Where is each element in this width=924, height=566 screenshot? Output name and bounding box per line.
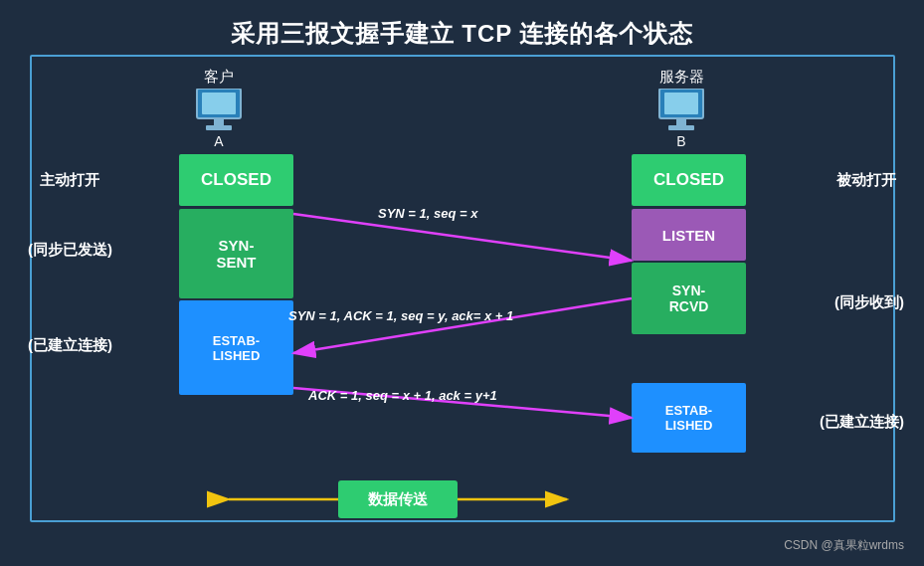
- client-label: 客户: [204, 68, 234, 87]
- diagram-container: 采用三报文握手建立 TCP 连接的各个状态 客户 A 服务器 B CLOSED: [0, 0, 924, 566]
- passive-open-label: 被动打开: [836, 171, 896, 190]
- sync-sent-label: (同步已发送): [28, 241, 112, 260]
- server-sublabel: B: [676, 133, 685, 149]
- watermark: CSDN @真果粒wrdms: [784, 537, 904, 554]
- active-open-label: 主动打开: [40, 171, 99, 190]
- client-sublabel: A: [214, 133, 223, 149]
- syn-sent-box: SYN- SENT: [179, 209, 293, 298]
- svg-rect-3: [206, 125, 232, 130]
- ack-arrow-label: ACK = 1, seq = x + 1, ack = y+1: [308, 388, 497, 403]
- closed-right-box: CLOSED: [632, 154, 746, 206]
- svg-rect-5: [664, 93, 698, 114]
- closed-left-box: CLOSED: [179, 154, 293, 206]
- server-computer-icon: [656, 89, 706, 132]
- svg-rect-1: [202, 93, 236, 114]
- syn-ack-arrow-label: SYN = 1, ACK = 1, seq = y, ack= x + 1: [288, 308, 513, 323]
- client-computer-area: 客户 A: [194, 68, 244, 149]
- server-computer-area: 服务器 B: [656, 68, 706, 149]
- connected-left-label: (已建立连接): [28, 336, 112, 355]
- svg-rect-2: [214, 118, 224, 125]
- page-title: 采用三报文握手建立 TCP 连接的各个状态: [0, 0, 924, 58]
- data-transfer-box: 数据传送: [338, 480, 458, 518]
- svg-rect-7: [668, 125, 694, 130]
- svg-rect-6: [676, 118, 686, 125]
- sync-received-label: (同步收到): [834, 293, 904, 312]
- client-computer-icon: [194, 89, 244, 132]
- estab-left-box: ESTAB- LISHED: [179, 300, 293, 395]
- listen-box: LISTEN: [632, 209, 746, 261]
- outer-border: [30, 55, 895, 522]
- connected-right-label: (已建立连接): [820, 413, 904, 432]
- estab-right-box: ESTAB- LISHED: [632, 383, 746, 453]
- syn-arrow-label: SYN = 1, seq = x: [378, 206, 477, 221]
- syn-rcvd-box: SYN- RCVD: [632, 263, 746, 334]
- server-label: 服务器: [659, 68, 704, 87]
